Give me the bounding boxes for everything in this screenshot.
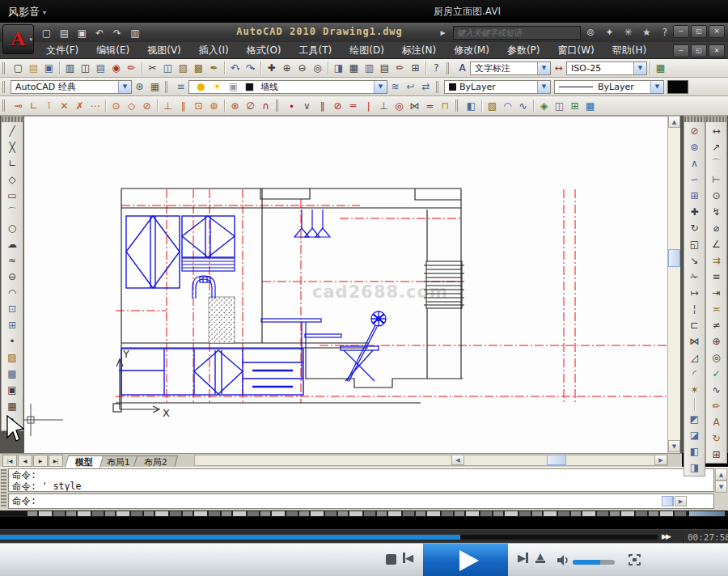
dim-aligned-button[interactable]: ↗ — [707, 139, 726, 155]
lineweight-box[interactable] — [667, 80, 688, 94]
dim-style-manager-button[interactable]: ⊞ — [707, 447, 726, 463]
snap-tangent-button[interactable]: ⊘ — [139, 98, 154, 113]
chevron-down-icon[interactable]: ▼ — [374, 81, 387, 93]
constraint-coincident-button[interactable]: ∙ — [284, 98, 299, 113]
zoom-in-button[interactable]: ⊕ — [279, 61, 294, 76]
dim-inspect-button[interactable]: ✓ — [707, 366, 726, 382]
edit-polyline-button[interactable]: ◠ — [500, 98, 515, 113]
external-references-button[interactable]: ▦ — [582, 98, 598, 113]
toolbar-grip[interactable] — [2, 62, 7, 74]
edit-hatch-button[interactable]: ▨ — [485, 98, 500, 113]
hatch-button[interactable]: ▨ — [2, 349, 22, 366]
draw-order-button[interactable]: ◧ — [463, 98, 479, 113]
toolbar-grip[interactable] — [684, 116, 705, 122]
chevron-down-icon[interactable]: ▼ — [537, 81, 550, 93]
toolbar-grip[interactable] — [2, 100, 7, 112]
layer-on-bulb-button[interactable]: ● — [193, 79, 209, 95]
designcenter-button[interactable]: ▦ — [346, 61, 362, 76]
menu-item-7[interactable]: 标注(N) — [393, 42, 445, 59]
doc-minimize-button[interactable]: ─ — [673, 44, 689, 57]
tolerance-button[interactable]: ⊕ — [707, 333, 726, 349]
print-button[interactable]: ▥ — [62, 61, 78, 76]
scroll-down-button[interactable]: ▼ — [715, 481, 727, 493]
color-combo[interactable]: ByLayer ▼ — [444, 80, 551, 94]
workspace-settings-button[interactable]: ⊛ — [132, 79, 147, 95]
sheet-set-manager-button[interactable]: ▤ — [377, 61, 392, 76]
fillet-button[interactable]: ◜ — [685, 366, 705, 382]
circle-button[interactable]: ○ — [2, 220, 22, 236]
edit-attribute-button[interactable]: ◈ — [536, 98, 552, 113]
toolbar-grip[interactable] — [455, 100, 460, 112]
ellipse-arc-button[interactable]: ◠ — [2, 285, 22, 301]
constraint-perpendicular-button[interactable]: ⊥ — [376, 98, 392, 113]
redo-button[interactable]: ↷▾ — [243, 61, 258, 76]
dim-jogged-button[interactable]: ↯ — [707, 204, 726, 220]
dim-break-button[interactable]: ≠ — [707, 317, 726, 333]
command-scrollbar[interactable]: ▲ ▼ — [715, 468, 727, 493]
seek-bar[interactable]: ▶▶ 00:27:58/0 — [0, 529, 728, 543]
tab-model[interactable]: 模型 — [65, 455, 104, 468]
break-button[interactable]: ⊏ — [685, 317, 705, 333]
close-button[interactable]: ✕ — [709, 25, 725, 38]
edit-reference-button[interactable]: ⊞ — [567, 98, 582, 113]
chevron-down-icon[interactable]: ▼ — [118, 81, 131, 93]
search-expand-button[interactable]: ▸ — [435, 25, 451, 40]
paste-special-button[interactable]: ▩ — [191, 61, 206, 76]
scroll-left-button[interactable]: ◀ — [451, 455, 464, 465]
dim-text-edit-button[interactable]: A — [707, 414, 726, 430]
scroll-thumb[interactable] — [547, 455, 566, 465]
doc-restore-button[interactable]: ◱ — [691, 44, 707, 57]
dim-quick-button[interactable]: ⇉ — [707, 252, 726, 269]
volume-slider[interactable] — [573, 560, 615, 565]
constraint-fix-button[interactable]: ⊓ — [438, 98, 453, 113]
snap-none-button[interactable]: ∅ — [243, 98, 258, 113]
snap-intersection-button[interactable]: ✕ — [57, 98, 72, 113]
communication-center-button[interactable]: ✳ — [620, 25, 636, 40]
command-history[interactable]: 命令:命令: '_style — [8, 468, 714, 492]
acad-logo-button[interactable]: A▾ — [2, 24, 34, 54]
volume-icon[interactable] — [557, 554, 570, 566]
scroll-thumb[interactable] — [662, 496, 673, 506]
layer-lock-button[interactable]: ▣ — [226, 79, 241, 95]
next-tab-button[interactable]: ▶ — [33, 455, 48, 467]
undo-button[interactable]: ↶▾ — [227, 61, 243, 76]
edit-spline-button[interactable]: ∿ — [515, 98, 531, 113]
first-tab-button[interactable]: |◀ — [2, 455, 17, 467]
snap-insert-button[interactable]: ⊡ — [191, 98, 206, 113]
menu-item-4[interactable]: 格式(O) — [238, 42, 290, 59]
command-mini-scrollbar[interactable]: ◀ ▶ — [662, 496, 687, 506]
zoom-out-button[interactable]: ⊖ — [294, 61, 310, 76]
canvas-horizontal-scrollbar[interactable] — [194, 455, 668, 466]
layer-combo[interactable]: ●☀▣■ 墙线 ▼ — [188, 80, 387, 94]
menu-item-1[interactable]: 编辑(E) — [87, 42, 138, 59]
mirror-button[interactable]: ∧ — [685, 155, 705, 172]
menu-item-6[interactable]: 绘图(D) — [341, 42, 393, 59]
layer-previous-button[interactable]: ↩ — [403, 79, 418, 95]
zoom-previous-button[interactable]: ◎ — [310, 61, 325, 76]
toolbar-grip[interactable] — [447, 62, 451, 74]
rectangle-button[interactable]: ▭ — [2, 188, 22, 204]
chevron-down-icon[interactable]: ▼ — [537, 62, 550, 74]
toolbar-grip[interactable] — [706, 116, 726, 122]
layer-isolate-button[interactable]: ⇄ — [418, 79, 434, 95]
play-button[interactable] — [423, 544, 508, 576]
drawing-canvas[interactable]: cad2688.com — [24, 116, 667, 454]
constraint-concentric-button[interactable]: ◎ — [392, 98, 407, 113]
gradient-button[interactable]: ▩ — [2, 366, 22, 382]
toolbar-grip[interactable] — [2, 116, 23, 122]
scale-button[interactable]: ◱ — [685, 236, 705, 252]
dim-radius-button[interactable]: ⊙ — [707, 188, 726, 204]
table-button[interactable]: ▦ — [2, 398, 22, 414]
snap-apparent-intersection-button[interactable]: ✗ — [72, 98, 87, 113]
paste-button[interactable]: ▨ — [176, 61, 191, 76]
dim-baseline-button[interactable]: ≡ — [707, 269, 726, 285]
last-tab-button[interactable]: ▶| — [49, 455, 63, 467]
snap-from-button[interactable]: ⊸ — [11, 98, 26, 113]
snap-node-button[interactable]: ⊚ — [206, 98, 222, 113]
line-button[interactable]: ╱ — [2, 123, 22, 139]
spline-button[interactable]: ≈ — [2, 252, 22, 269]
fullscreen-icon[interactable] — [628, 553, 641, 566]
pan-button[interactable]: ✚ — [264, 61, 279, 76]
doc-close-button[interactable]: ✕ — [709, 44, 725, 57]
send-to-back-button[interactable]: ◪ — [685, 427, 705, 443]
